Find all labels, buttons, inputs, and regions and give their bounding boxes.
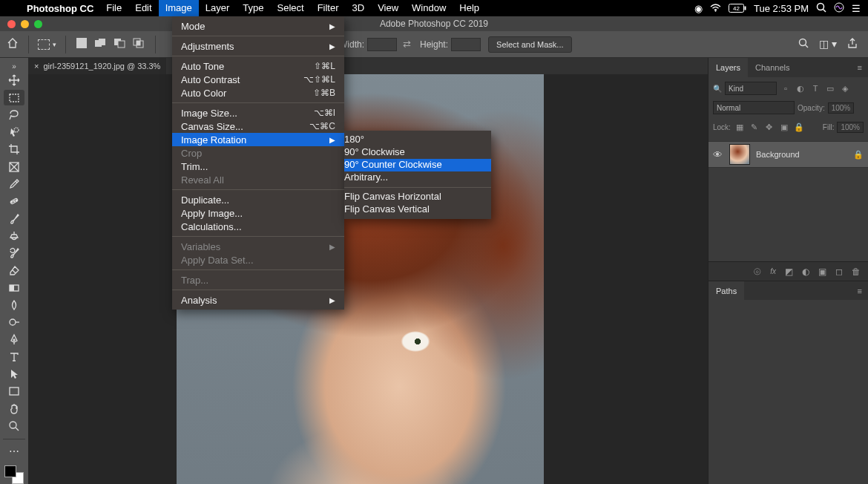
fx-icon[interactable]: fx [770, 267, 776, 275]
menu-image[interactable]: Image [159, 0, 199, 16]
workspace-icon[interactable]: ◫ ▾ [819, 38, 837, 50]
dodge-tool[interactable] [4, 315, 24, 330]
filter-pixel-icon[interactable]: ▫ [780, 82, 792, 94]
layer-row-background[interactable]: 👁 Background 🔒 [708, 141, 868, 168]
brush-tool[interactable] [4, 211, 24, 226]
pen-tool[interactable] [4, 332, 24, 347]
menu-layer[interactable]: Layer [199, 0, 237, 16]
edit-toolbar-icon[interactable]: ⋯ [4, 444, 24, 460]
submenu-flip-vertical[interactable]: Flip Canvas Vertical [344, 203, 491, 216]
marquee-tool[interactable] [4, 90, 24, 105]
menu-select[interactable]: Select [270, 0, 310, 16]
menu-type[interactable]: Type [236, 0, 270, 16]
opacity-value[interactable]: 100% [828, 102, 855, 114]
menu-file[interactable]: File [99, 0, 128, 16]
menu-mode[interactable]: Mode▶ [172, 19, 344, 33]
battery-icon[interactable]: 42 [729, 4, 746, 13]
submenu-arbitrary[interactable]: Arbitrary... [344, 171, 491, 184]
group-icon[interactable]: ▣ [818, 266, 826, 277]
layer-thumbnail[interactable] [729, 144, 750, 165]
menu-calculations[interactable]: Calculations... [172, 220, 344, 233]
clone-stamp-tool[interactable] [4, 228, 24, 243]
menu-window[interactable]: Window [405, 0, 453, 16]
menu-image-size[interactable]: Image Size...⌥⌘I [172, 106, 344, 120]
menu-3d[interactable]: 3D [346, 0, 372, 16]
eraser-tool[interactable] [4, 263, 24, 278]
selection-subtract-icon[interactable] [114, 38, 125, 50]
app-name[interactable]: Photoshop CC [21, 3, 99, 14]
filter-shape-icon[interactable]: ▭ [824, 82, 836, 94]
submenu-90-cw[interactable]: 90° Clockwise [344, 146, 491, 159]
height-field[interactable] [451, 38, 481, 51]
document-tab[interactable]: × girl-2359121_1920.jpg @ 33.3% [28, 58, 166, 74]
menu-duplicate[interactable]: Duplicate... [172, 193, 344, 206]
visibility-icon[interactable]: 👁 [713, 149, 723, 160]
link-icon[interactable]: ⦾ [754, 266, 761, 277]
selection-add-icon[interactable] [94, 38, 106, 50]
lock-position-icon[interactable]: ✎ [749, 121, 760, 133]
expand-panel-icon[interactable]: » [12, 62, 16, 71]
menu-trim[interactable]: Trim... [172, 160, 344, 173]
menu-edit[interactable]: Edit [128, 0, 158, 16]
lock-pixels-icon[interactable]: ▦ [734, 121, 746, 133]
crop-tool[interactable] [4, 142, 24, 157]
cc-icon[interactable]: ◉ [694, 3, 703, 14]
menu-analysis[interactable]: Analysis▶ [172, 293, 344, 307]
lock-artboard-icon[interactable]: ✥ [763, 121, 775, 133]
submenu-flip-horizontal[interactable]: Flip Canvas Horizontal [344, 191, 491, 203]
select-and-mask-button[interactable]: Select and Mask... [488, 36, 572, 53]
lock-icon[interactable]: 🔒 [853, 150, 864, 160]
filter-type-icon[interactable]: T [809, 82, 821, 94]
menu-auto-contrast[interactable]: Auto Contrast⌥⇧⌘L [172, 73, 344, 86]
blur-tool[interactable] [4, 297, 24, 313]
eyedropper-tool[interactable] [4, 176, 24, 192]
menu-help[interactable]: Help [453, 0, 486, 16]
new-layer-icon[interactable]: ◻ [835, 266, 843, 277]
close-tab-icon[interactable]: × [34, 62, 39, 71]
hand-tool[interactable] [4, 401, 24, 416]
paths-tab[interactable]: Paths [708, 281, 744, 300]
menu-image-rotation[interactable]: Image Rotation▶ [172, 133, 344, 146]
filter-smart-icon[interactable]: ◈ [839, 82, 851, 94]
control-center-icon[interactable]: ☰ [852, 3, 861, 14]
search-icon[interactable] [798, 38, 809, 50]
layers-tab[interactable]: Layers [708, 58, 748, 77]
channels-tab[interactable]: Channels [748, 58, 797, 77]
blend-mode-select[interactable]: Normal [713, 101, 795, 114]
layer-filter-kind[interactable]: Kind [725, 82, 777, 95]
close-window-button[interactable] [7, 20, 16, 28]
spotlight-icon[interactable] [816, 2, 826, 15]
path-select-tool[interactable] [4, 366, 24, 382]
frame-tool[interactable] [4, 159, 24, 174]
lock-nesting-icon[interactable]: ▣ [778, 121, 790, 133]
color-swatches[interactable] [4, 465, 24, 484]
home-icon[interactable] [0, 38, 25, 50]
share-icon[interactable] [847, 38, 858, 50]
selection-new-icon[interactable] [76, 38, 87, 48]
wifi-icon[interactable] [710, 3, 721, 14]
filter-adjust-icon[interactable]: ◐ [795, 82, 806, 94]
mask-icon[interactable]: ◩ [785, 266, 793, 277]
zoom-tool[interactable] [4, 418, 24, 434]
menu-auto-color[interactable]: Auto Color⇧⌘B [172, 86, 344, 99]
menu-view[interactable]: View [371, 0, 405, 16]
tool-preset-picker[interactable]: ▾ [32, 39, 62, 50]
menu-apply-image[interactable]: Apply Image... [172, 206, 344, 220]
fullscreen-window-button[interactable] [34, 20, 42, 28]
menu-auto-tone[interactable]: Auto Tone⇧⌘L [172, 59, 344, 73]
submenu-180[interactable]: 180° [344, 134, 491, 146]
menu-filter[interactable]: Filter [311, 0, 346, 16]
paths-menu-icon[interactable]: ≡ [852, 281, 868, 300]
minimize-window-button[interactable] [21, 20, 29, 28]
trash-icon[interactable]: 🗑 [852, 266, 861, 277]
move-tool[interactable] [4, 73, 24, 88]
lasso-tool[interactable] [4, 107, 24, 122]
panel-menu-icon[interactable]: ≡ [852, 58, 868, 77]
submenu-90-ccw[interactable]: 90° Counter Clockwise [344, 159, 491, 171]
rectangle-tool[interactable] [4, 384, 24, 399]
lock-all-icon[interactable]: 🔒 [793, 121, 805, 133]
history-brush-tool[interactable] [4, 245, 24, 261]
quick-select-tool[interactable] [4, 124, 24, 140]
healing-tool[interactable] [4, 194, 24, 209]
siri-icon[interactable] [834, 2, 844, 15]
